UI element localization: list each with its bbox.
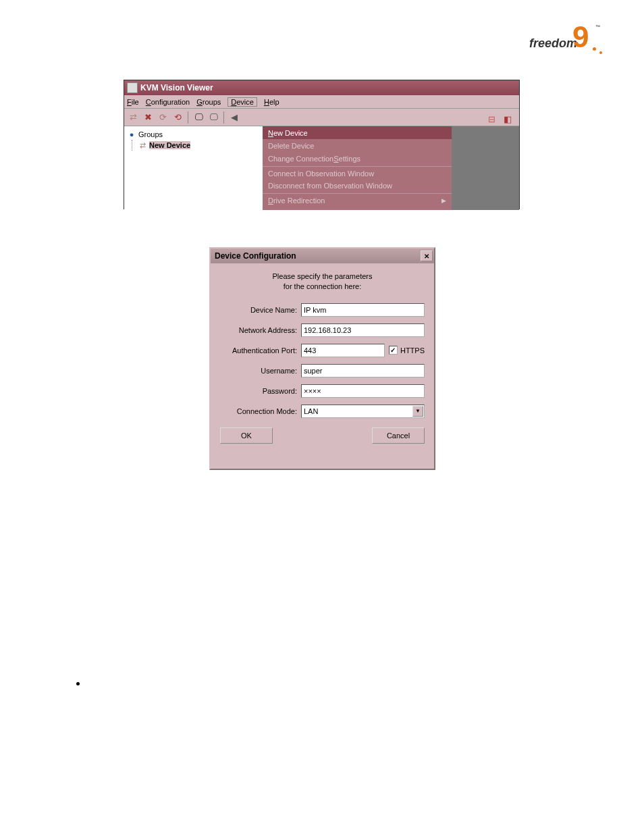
play-icon[interactable]: ◀ bbox=[228, 111, 240, 124]
freedom9-logo: freedom 9 ™ bbox=[529, 20, 603, 61]
window-title: KVM Vision Viewer bbox=[140, 83, 213, 93]
menu-groups[interactable]: Groups bbox=[196, 98, 221, 106]
disconnect-icon[interactable]: ✖ bbox=[142, 111, 154, 124]
tree-icon[interactable]: ⊟ bbox=[485, 113, 498, 125]
username-input[interactable]: super bbox=[301, 364, 425, 377]
https-checkbox-group[interactable]: ✓ HTTPS bbox=[389, 346, 425, 355]
app-icon bbox=[127, 82, 138, 93]
ok-button[interactable]: OK bbox=[220, 427, 273, 444]
menu-item-delete-device: Delete Device bbox=[263, 139, 452, 152]
device-tree: ● Groups ⇄ New Device bbox=[124, 126, 263, 210]
refresh-icon[interactable]: ⟳ bbox=[157, 111, 169, 124]
menu-help[interactable]: Help bbox=[264, 98, 279, 106]
connect-icon[interactable]: ⇄ bbox=[127, 111, 139, 124]
dropdown-arrow-icon[interactable]: ▼ bbox=[412, 406, 423, 417]
https-checkbox[interactable]: ✓ bbox=[389, 346, 398, 355]
device-name-input[interactable]: IP kvm bbox=[301, 303, 425, 317]
auth-port-input[interactable]: 443 bbox=[301, 344, 385, 357]
logo-digit: 9 bbox=[572, 20, 589, 54]
bullet-point bbox=[76, 682, 80, 685]
label-auth-port: Authentication Port: bbox=[220, 346, 301, 355]
refresh2-icon[interactable]: ⟲ bbox=[171, 111, 184, 124]
menu-device[interactable]: Device bbox=[227, 97, 257, 107]
label-password: Password: bbox=[220, 387, 301, 395]
toolbar: ⇄ ✖ ⟳ ⟲ 🖵 🖵 ◀ bbox=[124, 109, 519, 126]
menu-item-drive-redirection: Drive Redirection ▶ bbox=[263, 193, 452, 206]
toolbar-separator bbox=[188, 111, 188, 124]
label-network-address: Network Address: bbox=[220, 326, 301, 334]
label-connection-mode: Connection Mode: bbox=[220, 407, 301, 415]
menu-file[interactable]: File bbox=[127, 98, 139, 106]
submenu-arrow-icon: ▶ bbox=[441, 197, 446, 204]
dialog-message: Please specify the parameters for the co… bbox=[220, 271, 425, 292]
password-input[interactable]: ×××× bbox=[301, 384, 425, 398]
device-menu-dropdown: New Device Delete Device Change Connecti… bbox=[263, 126, 452, 210]
menu-item-disconnect-observation: Disconnect from Observation Window bbox=[263, 179, 452, 192]
menu-item-change-settings: Change Connection Settings bbox=[263, 152, 452, 165]
connection-mode-select[interactable]: LAN ▼ bbox=[301, 405, 425, 418]
dialog-title: Device Configuration bbox=[215, 251, 296, 261]
menu-item-new-device[interactable]: New Device bbox=[263, 126, 452, 139]
network-address-input[interactable]: 192.168.10.23 bbox=[301, 323, 425, 337]
logo-text: freedom bbox=[529, 36, 577, 51]
label-device-name: Device Name: bbox=[220, 306, 301, 314]
globe-icon: ● bbox=[127, 130, 136, 139]
content-area bbox=[452, 126, 519, 210]
monitor-icon[interactable]: 🖵 bbox=[192, 111, 205, 124]
menu-configuration[interactable]: Configuration bbox=[146, 98, 190, 106]
toolbar-separator bbox=[223, 111, 224, 124]
tree-item-new-device[interactable]: ⇄ New Device bbox=[138, 140, 260, 151]
close-button[interactable]: ✕ bbox=[421, 251, 433, 261]
window-titlebar: KVM Vision Viewer bbox=[124, 80, 519, 95]
device-icon: ⇄ bbox=[138, 140, 147, 150]
label-https: HTTPS bbox=[400, 346, 425, 355]
dialog-titlebar: Device Configuration ✕ bbox=[211, 249, 434, 263]
exit-icon[interactable]: ◧ bbox=[502, 113, 514, 125]
cancel-button[interactable]: Cancel bbox=[372, 427, 425, 444]
tree-root-groups[interactable]: ● Groups bbox=[127, 129, 260, 140]
tree-root-label: Groups bbox=[138, 130, 163, 138]
logo-tm: ™ bbox=[595, 24, 600, 29]
kvm-viewer-window: KVM Vision Viewer File Configuration Gro… bbox=[124, 80, 520, 209]
toolbar-right: ⊟ ◧ bbox=[485, 113, 514, 125]
menu-item-connect-observation: Connect in Observation Window bbox=[263, 166, 452, 179]
tree-item-label: New Device bbox=[149, 141, 190, 149]
device-configuration-dialog: Device Configuration ✕ Please specify th… bbox=[209, 247, 435, 470]
menu-bar: File Configuration Groups Device Help bbox=[124, 95, 519, 109]
monitor2-icon[interactable]: 🖵 bbox=[207, 111, 219, 124]
label-username: Username: bbox=[220, 367, 301, 375]
